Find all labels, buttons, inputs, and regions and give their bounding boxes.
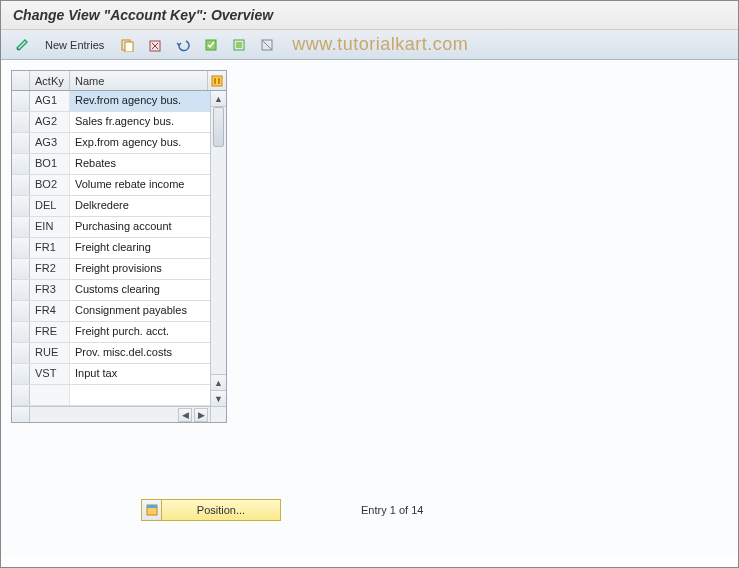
cell-key[interactable]: AG3 [30, 133, 70, 153]
table-header: ActKy Name [12, 71, 226, 91]
account-key-table: ActKy Name AG1Rev.from agency bus.AG2Sal… [11, 70, 227, 423]
cell-name [70, 385, 210, 405]
main-area: ActKy Name AG1Rev.from agency bus.AG2Sal… [1, 60, 738, 556]
cell-name[interactable]: Rebates [70, 154, 210, 174]
cell-key[interactable]: FR2 [30, 259, 70, 279]
row-selector[interactable] [12, 196, 30, 216]
delete-button[interactable] [144, 35, 166, 55]
table-settings-button[interactable] [208, 71, 226, 90]
cell-name[interactable]: Freight purch. acct. [70, 322, 210, 342]
cell-key[interactable]: FR1 [30, 238, 70, 258]
row-selector[interactable] [12, 112, 30, 132]
scroll-thumb[interactable] [213, 107, 224, 147]
toggle-view-button[interactable] [11, 35, 33, 55]
table-row[interactable]: FREFreight purch. acct. [12, 322, 210, 343]
cell-name[interactable]: Delkredere [70, 196, 210, 216]
cell-name[interactable]: Freight clearing [70, 238, 210, 258]
row-selector[interactable] [12, 301, 30, 321]
hscroll-track[interactable]: ◀ ▶ [30, 407, 210, 422]
scroll-down-button[interactable]: ▲ [211, 374, 226, 390]
svg-rect-11 [214, 78, 216, 84]
col-header-name[interactable]: Name [70, 71, 208, 90]
cell-name[interactable]: Prov. misc.del.costs [70, 343, 210, 363]
scroll-up-button[interactable]: ▲ [211, 91, 226, 107]
row-selector[interactable] [12, 133, 30, 153]
cell-key[interactable]: BO2 [30, 175, 70, 195]
table-row-empty [12, 385, 210, 406]
table-row[interactable]: FR1Freight clearing [12, 238, 210, 259]
row-selector[interactable] [12, 217, 30, 237]
row-selector[interactable] [12, 259, 30, 279]
row-selector[interactable] [12, 91, 30, 111]
row-selector[interactable] [12, 385, 30, 405]
table-row[interactable]: AG2Sales fr.agency bus. [12, 112, 210, 133]
table-row[interactable]: AG1Rev.from agency bus. [12, 91, 210, 112]
cell-name[interactable]: Exp.from agency bus. [70, 133, 210, 153]
position-label: Position... [162, 504, 280, 516]
select-block-button[interactable] [228, 35, 250, 55]
svg-rect-10 [212, 76, 222, 86]
cell-name[interactable]: Volume rebate income [70, 175, 210, 195]
table-row[interactable]: BO1Rebates [12, 154, 210, 175]
table-row[interactable]: EINPurchasing account [12, 217, 210, 238]
svg-line-9 [262, 40, 272, 50]
cell-key[interactable]: FR3 [30, 280, 70, 300]
table-row[interactable]: FR2Freight provisions [12, 259, 210, 280]
table-row[interactable]: FR4Consignment payables [12, 301, 210, 322]
row-selector[interactable] [12, 280, 30, 300]
table-row[interactable]: BO2Volume rebate income [12, 175, 210, 196]
row-selector[interactable] [12, 322, 30, 342]
row-selector[interactable] [12, 343, 30, 363]
row-selector[interactable] [12, 154, 30, 174]
footer-bar: Position... Entry 1 of 14 [1, 499, 738, 521]
scroll-right-button[interactable]: ▶ [194, 408, 208, 422]
select-all-button[interactable] [200, 35, 222, 55]
scroll-left-button[interactable]: ◀ [178, 408, 192, 422]
cell-key[interactable]: RUE [30, 343, 70, 363]
position-icon [142, 500, 162, 520]
position-button[interactable]: Position... [141, 499, 281, 521]
cell-name[interactable]: Freight provisions [70, 259, 210, 279]
cell-name[interactable]: Rev.from agency bus. [70, 91, 210, 111]
scroll-track[interactable] [211, 107, 226, 374]
vertical-scrollbar[interactable]: ▲ ▲ ▼ [210, 91, 226, 406]
entry-status: Entry 1 of 14 [361, 504, 423, 516]
cell-key[interactable]: FRE [30, 322, 70, 342]
row-selector[interactable] [12, 364, 30, 384]
cell-key[interactable]: BO1 [30, 154, 70, 174]
cell-name[interactable]: Input tax [70, 364, 210, 384]
svg-rect-14 [147, 505, 157, 508]
table-row[interactable]: RUEProv. misc.del.costs [12, 343, 210, 364]
table-row[interactable]: DELDelkredere [12, 196, 210, 217]
cell-key[interactable]: AG1 [30, 91, 70, 111]
horizontal-scrollbar[interactable]: ◀ ▶ [12, 406, 226, 422]
cell-name[interactable]: Consignment payables [70, 301, 210, 321]
undo-button[interactable] [172, 35, 194, 55]
cell-name[interactable]: Customs clearing [70, 280, 210, 300]
cell-key[interactable]: EIN [30, 217, 70, 237]
scroll-down-button-2[interactable]: ▼ [211, 390, 226, 406]
svg-rect-1 [125, 42, 133, 52]
row-selector[interactable] [12, 175, 30, 195]
row-selector[interactable] [12, 238, 30, 258]
cell-key[interactable]: VST [30, 364, 70, 384]
table-row[interactable]: AG3Exp.from agency bus. [12, 133, 210, 154]
table-row[interactable]: FR3Customs clearing [12, 280, 210, 301]
svg-rect-7 [236, 42, 242, 48]
new-entries-button[interactable]: New Entries [39, 35, 110, 55]
copy-as-button[interactable] [116, 35, 138, 55]
cell-key[interactable]: FR4 [30, 301, 70, 321]
cell-name[interactable]: Purchasing account [70, 217, 210, 237]
cell-key [30, 385, 70, 405]
cell-key[interactable]: DEL [30, 196, 70, 216]
col-header-key[interactable]: ActKy [30, 71, 70, 90]
svg-rect-12 [218, 78, 220, 84]
toolbar: New Entries www.tutorialkart.com [1, 30, 738, 60]
table-row[interactable]: VSTInput tax [12, 364, 210, 385]
cell-name[interactable]: Sales fr.agency bus. [70, 112, 210, 132]
watermark-text: www.tutorialkart.com [292, 34, 468, 55]
cell-key[interactable]: AG2 [30, 112, 70, 132]
deselect-all-button[interactable] [256, 35, 278, 55]
hscroll-corner-left [12, 407, 30, 422]
select-all-column[interactable] [12, 71, 30, 90]
